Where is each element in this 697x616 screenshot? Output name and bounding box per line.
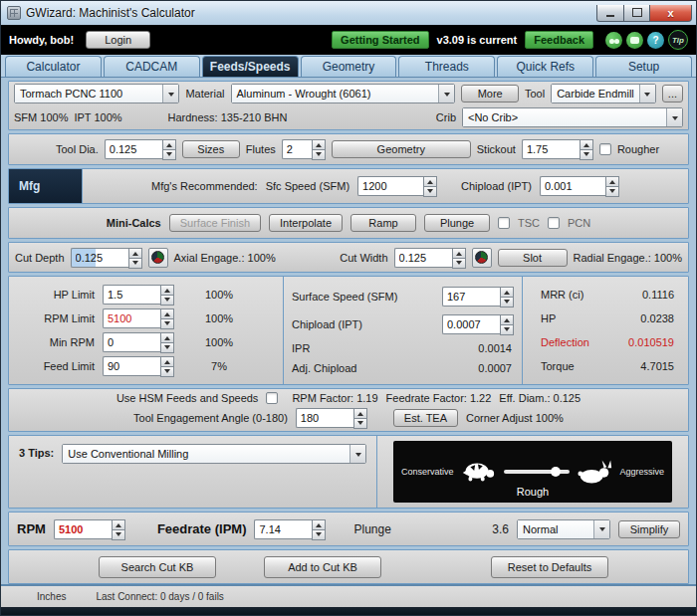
search-cut-kb-button[interactable]: Search Cut KB [99, 556, 216, 578]
plunge-button[interactable]: Plunge [424, 214, 490, 232]
ramp-button[interactable]: Ramp [350, 214, 416, 232]
tips-select[interactable]: Use Conventional Milling [62, 444, 366, 464]
tab-threads[interactable]: Threads [398, 56, 495, 77]
interpolate-button[interactable]: Interpolate [269, 214, 343, 232]
hsm-checkbox[interactable] [266, 392, 278, 404]
spin-down-icon[interactable] [353, 419, 367, 429]
flutes-input[interactable] [282, 139, 312, 159]
spin-up-icon[interactable] [160, 332, 174, 343]
spin-up-icon[interactable] [160, 356, 174, 367]
community-icon[interactable] [605, 32, 622, 49]
sizes-button[interactable]: Sizes [182, 140, 240, 158]
spin-up-icon[interactable] [500, 287, 514, 298]
tab-feeds-speeds[interactable]: Feeds/Speeds [202, 56, 299, 77]
tool-select[interactable]: Carbide Endmill [551, 84, 656, 103]
rpm-limit-input[interactable] [103, 308, 160, 328]
tool-dia-input[interactable] [105, 139, 162, 159]
spin-down-icon[interactable] [128, 259, 142, 269]
spin-up-icon[interactable] [128, 248, 142, 259]
spin-down-icon[interactable] [312, 530, 326, 540]
chipload-input[interactable] [442, 314, 500, 334]
spin-down-icon[interactable] [452, 259, 466, 269]
rpm-output-input[interactable] [54, 519, 112, 539]
spin-down-icon[interactable] [160, 296, 174, 306]
tool-detail-button[interactable]: ... [662, 85, 683, 103]
spin-up-icon[interactable] [423, 176, 437, 187]
material-select[interactable]: Aluminum - Wrought (6061) [231, 84, 456, 103]
feedrate-input[interactable] [254, 519, 312, 539]
min-rpm-input[interactable] [103, 332, 160, 352]
slider-track[interactable] [504, 470, 571, 474]
slider-knob[interactable] [551, 467, 561, 477]
tab-cadcam[interactable]: CADCAM [104, 56, 200, 77]
est-tea-button[interactable]: Est. TEA [393, 409, 458, 427]
surface-speed-input[interactable] [442, 287, 500, 307]
rougher-checkbox[interactable] [599, 143, 611, 155]
login-button[interactable]: Login [86, 31, 150, 49]
surface-finish-button[interactable]: Surface Finish [169, 214, 261, 232]
cut-width-input[interactable] [394, 248, 452, 268]
spin-down-icon[interactable] [160, 367, 174, 377]
spin-down-icon[interactable] [160, 343, 174, 353]
minimize-button[interactable] [596, 5, 624, 22]
spin-down-icon[interactable] [162, 150, 176, 160]
feedback-button[interactable]: Feedback [525, 31, 593, 49]
spin-down-icon[interactable] [160, 319, 174, 329]
slot-button[interactable]: Slot [498, 249, 568, 267]
chevron-down-icon[interactable] [639, 85, 655, 103]
mode-select[interactable]: Normal [517, 519, 610, 539]
axial-gauge-icon[interactable] [148, 248, 168, 268]
tea-input[interactable] [296, 408, 353, 428]
chevron-down-icon[interactable] [162, 85, 178, 103]
tsc-checkbox[interactable] [498, 217, 510, 229]
hp-limit-input[interactable] [103, 285, 160, 305]
tip-icon[interactable]: Tip [668, 30, 688, 50]
tab-calculator[interactable]: Calculator [5, 56, 102, 77]
add-to-cut-kb-button[interactable]: Add to Cut KB [264, 556, 381, 578]
machine-select[interactable]: Tormach PCNC 1100 [14, 84, 179, 103]
spin-up-icon[interactable] [160, 308, 174, 319]
chevron-down-icon[interactable] [438, 85, 454, 103]
spin-up-icon[interactable] [500, 314, 514, 325]
close-button[interactable]: x [650, 5, 692, 22]
spin-down-icon[interactable] [112, 530, 125, 540]
spin-down-icon[interactable] [312, 150, 326, 160]
spin-up-icon[interactable] [580, 139, 593, 150]
forum-icon[interactable] [626, 32, 643, 49]
reset-to-defaults-button[interactable]: Reset to Defaults [491, 556, 608, 578]
crib-select[interactable]: <No Crib> [462, 107, 683, 127]
spin-up-icon[interactable] [312, 519, 326, 530]
help-icon[interactable]: ? [647, 32, 664, 49]
spin-down-icon[interactable] [605, 187, 619, 197]
spin-down-icon[interactable] [423, 187, 437, 197]
mfg-tab[interactable]: Mfg [9, 169, 83, 203]
tab-geometry[interactable]: Geometry [301, 56, 397, 77]
spin-down-icon[interactable] [500, 298, 514, 308]
stickout-input[interactable] [522, 139, 580, 159]
spin-up-icon[interactable] [312, 139, 326, 150]
spin-up-icon[interactable] [160, 285, 174, 296]
spin-up-icon[interactable] [605, 176, 619, 187]
cut-depth-input[interactable] [71, 248, 128, 268]
geometry-button[interactable]: Geometry [332, 140, 471, 158]
tab-setup[interactable]: Setup [595, 56, 692, 77]
spin-down-icon[interactable] [580, 150, 593, 160]
tab-quick-refs[interactable]: Quick Refs [497, 56, 593, 77]
more-button[interactable]: More [461, 85, 519, 103]
sfc-speed-input[interactable] [357, 176, 423, 196]
spin-down-icon[interactable] [500, 325, 514, 335]
spin-up-icon[interactable] [162, 139, 176, 150]
simplify-button[interactable]: Simplify [618, 520, 680, 538]
spin-up-icon[interactable] [452, 248, 466, 259]
feed-limit-input[interactable] [103, 356, 160, 376]
mfg-chipload-input[interactable] [540, 176, 605, 196]
chevron-down-icon[interactable] [666, 108, 682, 126]
chevron-down-icon[interactable] [349, 445, 365, 463]
radial-gauge-icon[interactable] [472, 248, 492, 268]
spin-up-icon[interactable] [112, 519, 125, 530]
pcn-checkbox[interactable] [548, 217, 560, 229]
maximize-button[interactable] [624, 5, 650, 22]
getting-started-button[interactable]: Getting Started [332, 31, 428, 49]
spin-up-icon[interactable] [353, 408, 367, 419]
chevron-down-icon[interactable] [593, 520, 609, 538]
